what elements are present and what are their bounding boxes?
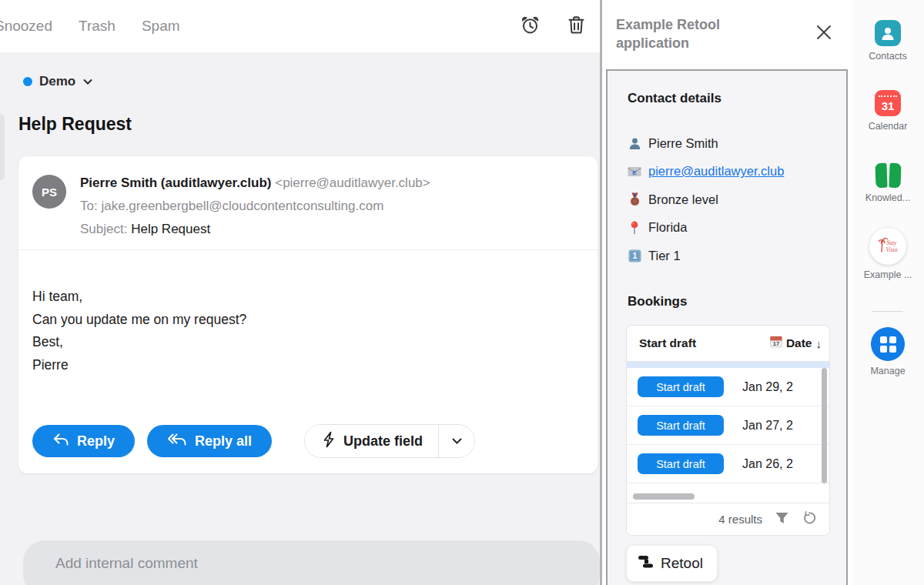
email-body-line: Can you update me on my request? — [32, 309, 584, 332]
table-vertical-scrollbar[interactable] — [822, 368, 827, 483]
mailbox-tab-bar: Snoozed Trash Spam — [0, 0, 600, 52]
medal-icon — [628, 192, 641, 206]
team-selector[interactable]: Demo — [23, 74, 93, 89]
pushpin-icon — [628, 221, 641, 235]
booking-date: Jan 26, 2 — [742, 457, 822, 471]
start-draft-button[interactable]: Start draft — [638, 376, 724, 397]
tab-trash[interactable]: Trash — [79, 18, 116, 35]
keycap-one-icon: 1 — [628, 249, 641, 262]
svg-text:1: 1 — [632, 251, 637, 260]
contact-name: Pierre Smith — [648, 136, 718, 151]
contact-tier-row: 1 Tier 1 — [628, 242, 784, 270]
email-to-line: To: jake.greenbergbell@cloudcontentconsu… — [80, 195, 430, 218]
contact-email-link[interactable]: pierre@auditlawyer.club — [648, 164, 784, 179]
manage-grid-icon — [871, 327, 905, 361]
avatar: PS — [32, 175, 66, 209]
rail-label: Contacts — [869, 51, 906, 62]
subject-value: Help Request — [131, 222, 210, 236]
contact-details-list: Pierre Smith E pierre@auditlawyer.club B… — [628, 129, 784, 270]
refresh-button[interactable] — [802, 510, 817, 528]
retool-embed-frame: Contact details Pierre Smith E pierre@au… — [606, 69, 848, 585]
reply-all-button[interactable]: Reply all — [147, 425, 272, 457]
sender-name: Pierre Smith (auditlawyer.club) — [80, 176, 271, 190]
mail-main-area: Snoozed Trash Spam — [0, 0, 600, 585]
booking-row: Start draft Jan 27, 2 — [627, 406, 829, 445]
email-icon: E — [628, 166, 641, 177]
trash-icon — [567, 15, 586, 38]
tab-snoozed[interactable]: Snoozed — [0, 18, 52, 35]
rail-item-contacts[interactable]: Contacts — [852, 20, 924, 62]
reply-button[interactable]: Reply — [32, 425, 135, 457]
update-field-dropdown-button[interactable] — [439, 425, 474, 457]
booking-row: Start draft Jan 26, 2 — [627, 445, 829, 483]
bookings-table-footer: 4 results — [627, 503, 829, 535]
app-window: Snoozed Trash Spam — [0, 0, 924, 585]
rail-label: Example ... — [864, 269, 912, 280]
reply-all-button-label: Reply all — [195, 433, 252, 450]
update-field-button[interactable]: Update field — [305, 425, 438, 457]
results-count: 4 results — [718, 513, 762, 526]
close-panel-button[interactable] — [815, 23, 833, 44]
retool-logo-icon — [638, 554, 654, 573]
bookings-table-header: Start draft 17 Date ↓ — [627, 326, 829, 361]
calendar-icon: 31 — [875, 90, 901, 116]
contact-level-row: Bronze level — [628, 186, 784, 214]
alarm-clock-icon — [520, 15, 541, 38]
calendar-day: 31 — [882, 97, 895, 115]
svg-text:Stay: Stay — [887, 239, 898, 246]
email-from-line: Pierre Smith (auditlawyer.club) <pierre@… — [80, 172, 430, 195]
contact-name-row: Pierre Smith — [628, 129, 784, 158]
update-field-split-button: Update field — [304, 424, 475, 458]
date-header-label: Date — [786, 336, 812, 350]
email-subject-line: Subject: Help Request — [80, 218, 430, 241]
bookings-table: Start draft 17 Date ↓ Start draft Jan 29… — [626, 325, 830, 536]
booking-date: Jan 29, 2 — [742, 380, 822, 394]
contact-tier: Tier 1 — [648, 249, 681, 263]
contacts-icon — [875, 20, 901, 46]
booking-date: Jan 27, 2 — [742, 419, 822, 433]
rail-item-manage[interactable]: Manage — [852, 327, 924, 376]
svg-text:Vista: Vista — [886, 246, 898, 253]
email-actions: Reply Reply all — [32, 424, 475, 458]
comment-placeholder: Add internal comment — [55, 555, 198, 572]
update-field-label: Update field — [343, 433, 423, 450]
column-header-start-draft[interactable]: Start draft — [639, 336, 770, 350]
rail-divider — [872, 311, 903, 312]
integration-panel: Example Retool application Contact detai… — [602, 0, 852, 585]
internal-comment-input[interactable]: Add internal comment — [23, 540, 600, 585]
rail-item-calendar[interactable]: 31 Calendar — [852, 90, 924, 132]
mailbox-tabs: Snoozed Trash Spam — [0, 18, 180, 35]
table-horizontal-scrollbar[interactable] — [633, 493, 695, 500]
unread-dot — [23, 77, 32, 86]
sort-descending-icon: ↓ — [816, 337, 822, 350]
rail-item-example-app[interactable]: Stay Vista Example ... — [852, 228, 924, 280]
rail-label: Knowled... — [865, 192, 910, 203]
reply-arrow-icon — [52, 433, 69, 450]
snooze-button[interactable] — [520, 15, 541, 38]
email-body-line: Hi team, — [32, 286, 584, 309]
column-header-date[interactable]: 17 Date ↓ — [770, 336, 822, 351]
lightning-bolt-icon — [322, 431, 336, 452]
start-draft-button[interactable]: Start draft — [638, 453, 724, 474]
knowledge-book-icon — [875, 163, 901, 188]
retool-badge[interactable]: Retool — [626, 545, 718, 582]
chevron-down-icon — [82, 75, 93, 89]
partially-scrolled-row — [627, 361, 829, 368]
rail-item-knowledge[interactable]: Knowled... — [852, 163, 924, 203]
email-body-line: Best, — [32, 331, 584, 354]
close-icon — [815, 32, 833, 44]
booking-row: Start draft Jan 29, 2 — [627, 368, 829, 406]
contact-details-heading: Contact details — [628, 91, 721, 106]
start-draft-button[interactable]: Start draft — [638, 415, 724, 436]
filter-button[interactable] — [775, 511, 789, 527]
conversation-title: Help Request — [18, 114, 132, 135]
tab-spam[interactable]: Spam — [142, 18, 180, 35]
person-icon — [628, 137, 641, 150]
funnel-icon — [775, 511, 789, 527]
conversation-stack-edge — [0, 114, 5, 180]
app-rail: Contacts 31 Calendar Knowled... Stay Vis… — [852, 0, 924, 585]
email-body-line: Pierre — [32, 354, 584, 377]
contact-level: Bronze level — [648, 192, 718, 207]
integration-panel-title: Example Retool application — [616, 15, 770, 53]
delete-button[interactable] — [567, 15, 586, 38]
